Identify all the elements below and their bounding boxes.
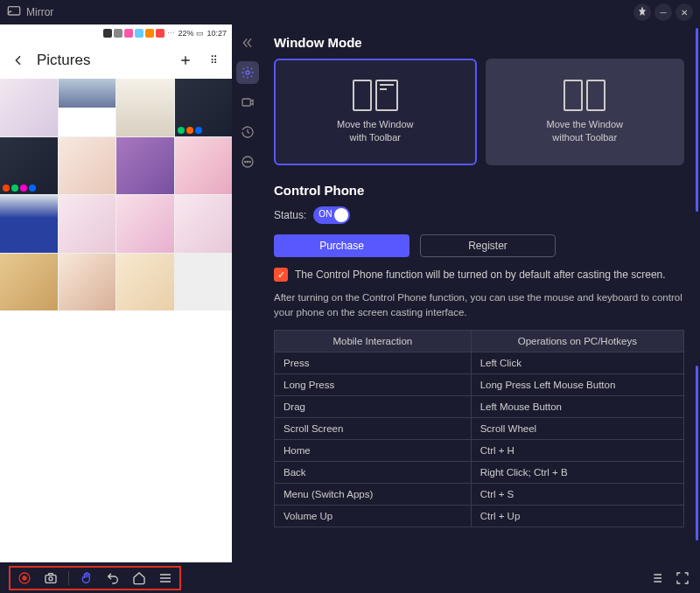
battery-label: 22% [178,29,193,38]
window-mode-card-without-toolbar[interactable]: Move the Window without Toolbar [486,59,685,165]
record-button[interactable] [16,569,33,587]
fullscreen-button[interactable] [674,569,691,587]
settings-content: Window Mode Move the Window with Toolbar… [263,24,700,562]
photo-thumb[interactable] [116,137,174,195]
settings-icon[interactable] [236,61,259,84]
register-button[interactable]: Register [420,234,556,257]
footer-left-highlight [9,566,181,590]
table-cell: Ctrl + H [471,439,683,461]
cast-icon [7,4,21,21]
table-header: Mobile Interaction [275,330,472,352]
photo-thumb[interactable] [175,137,233,195]
phone-header: Pictures ⠿ [0,42,232,79]
table-row: Menu (Switch Apps)Ctrl + S [275,483,684,505]
collapse-icon[interactable] [236,31,259,54]
table-cell: Menu (Switch Apps) [275,483,472,505]
toggle-text: ON [318,209,332,219]
table-row: DragLeft Mouse Button [275,395,684,417]
footer-toolbar [0,562,700,593]
table-cell: Press [275,352,472,373]
photo-thumb[interactable] [116,254,174,311]
table-cell: Scroll Wheel [471,417,683,439]
sidebar [232,24,263,562]
more-icon[interactable] [236,150,259,173]
svg-point-5 [247,161,248,162]
svg-point-8 [22,576,26,580]
table-cell: Long Press Left Mouse Button [471,373,683,395]
svg-point-6 [249,161,250,162]
phone-status-bar: ⋯ 22% ▭ 10:27 [0,24,232,42]
table-cell: Left Mouse Button [471,395,683,417]
photo-gallery[interactable] [0,79,232,310]
table-row: Long PressLong Press Left Mouse Button [275,373,684,395]
photo-thumb[interactable] [0,79,58,136]
minimize-button[interactable]: ─ [654,3,672,21]
window-mode-card-with-toolbar[interactable]: Move the Window with Toolbar [274,59,477,165]
svg-rect-0 [8,6,19,14]
svg-point-10 [49,576,52,580]
grid-icon[interactable]: ⠿ [204,51,223,70]
add-icon[interactable] [176,51,195,70]
table-cell: Back [275,461,472,483]
table-cell: Right Click; Ctrl + B [471,461,683,483]
photo-thumb[interactable] [59,195,116,253]
list-button[interactable] [648,569,665,587]
purchase-button[interactable]: Purchase [274,234,410,257]
svg-point-1 [246,71,249,74]
checkbox-label: The Control Phone function will be turne… [295,269,666,281]
photo-thumb[interactable] [116,195,174,253]
table-cell: Volume Up [275,505,472,527]
photo-thumb[interactable] [0,137,58,195]
pin-button[interactable] [634,3,651,21]
table-row: HomeCtrl + H [275,439,684,461]
control-phone-description: After turning on the Control Phone funct… [274,290,684,321]
window-icon [564,80,606,111]
photo-thumb[interactable] [175,79,233,136]
svg-rect-9 [46,575,56,583]
table-row: PressLeft Click [275,352,684,373]
table-cell: Home [275,439,472,461]
phone-page-title: Pictures [37,52,167,69]
photo-thumb[interactable] [59,254,116,311]
photo-thumb[interactable] [59,79,116,136]
window-mode-title: Window Mode [274,35,684,50]
time-label: 10:27 [206,29,227,38]
scrollbar[interactable] [696,28,698,212]
titlebar: Mirror ─ ✕ [0,0,700,24]
card-label: Move the Window without Toolbar [547,118,623,145]
table-cell: Long Press [275,373,472,395]
table-cell: Left Click [471,352,683,373]
screenshot-button[interactable] [42,569,60,587]
photo-thumb[interactable] [116,79,174,136]
back-arrow-icon[interactable] [9,51,28,70]
table-row: BackRight Click; Ctrl + B [275,461,684,483]
close-button[interactable]: ✕ [676,3,693,21]
battery-icon: ▭ [196,29,204,38]
hand-tool-button[interactable] [78,569,95,587]
default-on-checkbox[interactable]: ✓ [274,268,288,282]
undo-button[interactable] [104,569,122,587]
svg-rect-2 [242,99,250,106]
table-cell: Ctrl + S [471,483,683,505]
window-toolbar-icon [353,80,398,111]
history-icon[interactable] [236,121,259,143]
home-button[interactable] [130,569,148,587]
status-label: Status: [274,209,306,221]
table-row: Volume UpCtrl + Up [275,505,684,527]
app-title: Mirror [26,6,53,18]
photo-thumb[interactable] [59,137,116,195]
table-cell: Ctrl + Up [471,505,683,527]
card-label: Move the Window with Toolbar [337,118,413,145]
photo-thumb[interactable] [0,254,58,311]
svg-point-4 [245,161,246,162]
record-icon[interactable] [236,91,259,114]
hotkeys-table: Mobile Interaction Operations on PC/Hotk… [274,330,684,527]
control-phone-toggle[interactable]: ON [313,206,350,224]
table-row: Scroll ScreenScroll Wheel [275,417,684,439]
photo-thumb[interactable] [175,195,233,253]
menu-button[interactable] [157,569,174,587]
table-cell: Scroll Screen [275,417,472,439]
scrollbar[interactable] [696,366,698,541]
photo-thumb[interactable] [0,195,58,253]
table-header: Operations on PC/Hotkeys [471,330,683,352]
